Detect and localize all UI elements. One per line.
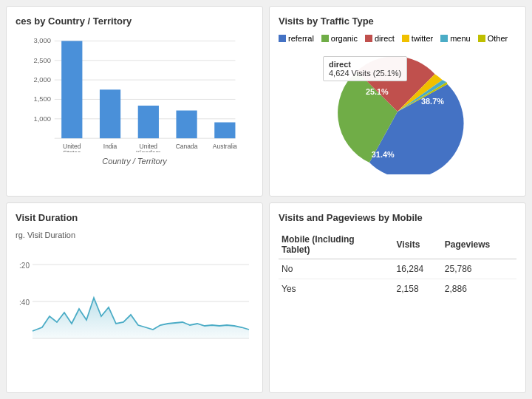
svg-text:2,000: 2,000 (34, 75, 52, 83)
label-organic: 31.4% (372, 150, 395, 159)
visits-yes: 2,158 (394, 279, 442, 299)
avg-label: rg. Visit Duration (16, 231, 253, 239)
x-axis-label: Country / Territory (16, 157, 253, 166)
device-yes: Yes (279, 279, 394, 299)
legend-twitter: twitter (402, 34, 433, 43)
svg-text:3,000: 3,000 (34, 36, 52, 44)
svg-text:Canada: Canada (176, 143, 198, 150)
line-chart-svg: :20 :40 (16, 242, 253, 346)
legend-label-organic: organic (331, 34, 358, 43)
mobile-table-title: Visits and Pageviews by Mobile (279, 212, 516, 223)
bar-india (100, 89, 120, 138)
pageviews-yes: 2,886 (442, 279, 516, 299)
pie-tooltip: direct 4,624 Visits (25.1%) (323, 56, 407, 81)
mobile-table-card: Visits and Pageviews by Mobile Mobile (I… (269, 202, 526, 393)
pie-container: direct 4,624 Visits (25.1%) 38.7% (279, 49, 516, 174)
pie-chart-card: Visits by Traffic Type referral organic … (269, 6, 526, 197)
line-chart-area: :20 :40 (16, 242, 253, 346)
bar-canada (176, 111, 197, 139)
bar-chart-area: 3,000 2,500 2,000 1,500 1,000 United Sta… (16, 34, 253, 152)
line-chart-card: Visit Duration rg. Visit Duration :20 :4… (6, 202, 263, 393)
line-chart-title: Visit Duration (16, 212, 253, 223)
pie-legend: referral organic direct twitter menu Oth… (279, 34, 516, 43)
tooltip-visits: 4,624 Visits (25.1%) (329, 69, 401, 78)
legend-label-direct: direct (375, 34, 395, 43)
bar-chart-svg: 3,000 2,500 2,000 1,500 1,000 United Sta… (16, 34, 253, 152)
legend-dot-other (478, 35, 485, 42)
svg-text::20: :20 (19, 262, 30, 270)
bar-chart-title: ces by Country / Territory (16, 16, 253, 27)
bar-united-states (61, 41, 82, 138)
legend-dot-direct (365, 35, 372, 42)
line-area (33, 298, 249, 338)
table-row: No 16,284 25,786 (279, 259, 516, 279)
label-direct: 25.1% (366, 87, 389, 96)
bar-australia (214, 123, 235, 139)
legend-label-twitter: twitter (412, 34, 433, 43)
legend-direct: direct (365, 34, 395, 43)
legend-dot-menu (440, 35, 448, 42)
legend-label-menu: menu (450, 34, 471, 43)
col-visits: Visits (394, 231, 442, 259)
svg-text:1,500: 1,500 (34, 95, 52, 103)
legend-other: Other (478, 34, 508, 43)
svg-text:India: India (103, 143, 117, 150)
tooltip-label: direct (329, 60, 401, 69)
legend-label-referral: referral (288, 34, 314, 43)
svg-text:1,000: 1,000 (34, 115, 52, 123)
col-pageviews: Pageviews (442, 231, 516, 259)
svg-text:Kingdom: Kingdom (136, 149, 160, 152)
legend-dot-twitter (402, 35, 409, 42)
visits-no: 16,284 (394, 259, 442, 279)
pie-chart-title: Visits by Traffic Type (279, 16, 516, 27)
legend-menu: menu (440, 34, 471, 43)
pageviews-no: 25,786 (442, 259, 516, 279)
svg-text::40: :40 (19, 299, 30, 307)
dashboard: ces by Country / Territory 3,000 2,500 2… (0, 0, 532, 399)
col-device: Mobile (IncludingTablet) (279, 231, 394, 259)
svg-text:States: States (63, 149, 81, 152)
mobile-table: Mobile (IncludingTablet) Visits Pageview… (279, 231, 516, 299)
legend-dot-organic (321, 35, 329, 42)
svg-text:2,500: 2,500 (34, 56, 52, 64)
svg-text:Australia: Australia (213, 143, 237, 150)
device-no: No (279, 259, 394, 279)
legend-dot-referral (279, 35, 286, 42)
legend-referral: referral (279, 34, 314, 43)
bar-chart-card: ces by Country / Territory 3,000 2,500 2… (6, 6, 263, 197)
legend-label-other: Other (488, 34, 508, 43)
bar-uk (138, 106, 159, 138)
table-row: Yes 2,158 2,886 (279, 279, 516, 299)
legend-organic: organic (321, 34, 358, 43)
label-referral: 38.7% (421, 97, 444, 106)
